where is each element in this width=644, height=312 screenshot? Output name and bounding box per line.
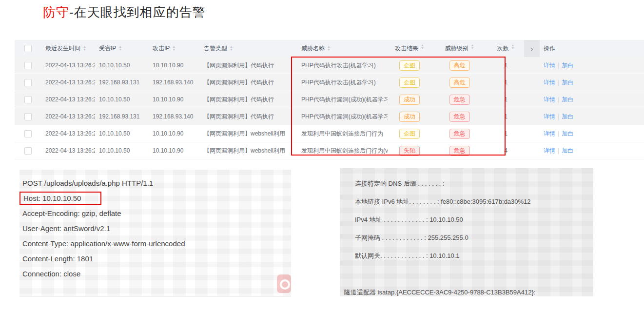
sort-icon[interactable] — [172, 45, 176, 51]
header-victim-ip[interactable]: 受害IP — [95, 44, 149, 53]
table-row: 2022-04-13 13:26:22 10.10.10.50 10.10.10… — [15, 142, 644, 159]
cell-action: 详情|加白 — [540, 78, 644, 87]
cell-count: 1 — [488, 62, 524, 69]
checkbox-cell — [15, 113, 41, 120]
whitelist-link[interactable]: 加白 — [562, 62, 573, 69]
http-request-line: POST /uploads/uploads/a.php HTTP/1.1 — [20, 176, 291, 191]
header-threat-name[interactable]: 威胁名称 — [297, 44, 388, 53]
sort-icon[interactable] — [327, 45, 331, 51]
link-divider: | — [558, 96, 559, 103]
table-row: 2022-04-13 13:26:23 192.168.93.131 192.1… — [15, 74, 644, 91]
cell-attack-result: 企图 — [388, 60, 431, 71]
cell-count: 1 — [488, 79, 524, 86]
sort-icon[interactable] — [511, 44, 515, 52]
sort-icon[interactable] — [83, 45, 86, 51]
detail-link[interactable]: 详情 — [544, 79, 555, 86]
cell-action: 详情|加白 — [540, 96, 644, 104]
table-row: 2022-04-13 13:26:23 192.168.93.131 192.1… — [15, 108, 644, 125]
link-divider: | — [558, 79, 559, 86]
table-row: 2022-04-13 13:26:23 10.10.10.50 10.10.10… — [15, 57, 644, 74]
select-all-cell — [15, 45, 41, 52]
ipconfig-line-gateway: 默认网关. . . . . . . . . . . . . : 10.10.10… — [340, 252, 593, 259]
cell-threat-name: 发现利用中国蚁剑连接后门行为 — [297, 130, 388, 138]
header-attack-ip[interactable]: 攻击IP — [149, 44, 200, 53]
cell-time: 2022-04-13 13:26:23 — [41, 79, 95, 86]
cell-alert-type: 【网页漏洞利用】代码执行 — [200, 78, 297, 87]
cell-threat-level: 危急 — [431, 112, 488, 122]
cell-alert-type: 【网页漏洞利用】代码执行 — [200, 96, 297, 104]
table-row: 2022-04-13 13:26:22 10.10.10.50 10.10.10… — [15, 125, 644, 142]
cell-attack-result: 成功 — [388, 112, 431, 122]
header-attack-result[interactable]: 攻击结果 — [388, 44, 431, 53]
cell-threat-name: 发现利用中国蚁剑连接后门行为(v2.1) — [297, 147, 388, 155]
cell-threat-name: PHP代码执行攻击(机器学习) — [297, 78, 388, 87]
cell-threat-name: PHP代码执行攻击(机器学习) — [297, 61, 388, 70]
table-row: 2022-04-13 13:26:23 10.10.10.50 10.10.10… — [15, 91, 644, 108]
detail-link[interactable]: 详情 — [544, 96, 555, 103]
cell-count: 1 — [488, 96, 524, 103]
ipconfig-panel: 连接特定的 DNS 后缀 . . . . . . . : 本地链接 IPv6 地… — [340, 168, 593, 296]
sort-icon[interactable] — [230, 45, 233, 51]
detail-link[interactable]: 详情 — [544, 113, 555, 120]
header-threat-level[interactable]: 威胁级别 — [431, 44, 488, 53]
cell-attack-ip: 192.168.93.140 — [149, 113, 200, 120]
cell-victim-ip: 10.10.10.50 — [95, 130, 149, 137]
cell-threat-level: 高危 — [431, 78, 488, 88]
detail-link[interactable]: 详情 — [544, 130, 555, 137]
cell-attack-ip: 10.10.10.90 — [149, 147, 200, 154]
header-alert-type[interactable]: 告警类型 — [200, 44, 297, 53]
whitelist-link[interactable]: 加白 — [562, 113, 573, 120]
cell-attack-result: 企图 — [388, 78, 431, 88]
page-title: 防守-在天眼找到相应的告警 — [43, 4, 206, 21]
row-checkbox[interactable] — [24, 79, 32, 86]
cell-attack-result: 失陷 — [388, 146, 431, 156]
cell-action: 详情|加白 — [540, 61, 644, 70]
checkbox-cell — [15, 96, 41, 103]
header-count[interactable]: 次数 — [488, 44, 524, 53]
ipconfig-line-dns-suffix: 连接特定的 DNS 后缀 . . . . . . . : — [340, 180, 593, 187]
whitelist-link[interactable]: 加白 — [562, 147, 573, 154]
cell-victim-ip: 10.10.10.50 — [95, 96, 149, 103]
cell-threat-name: PHP代码执行漏洞(成功)(机器学习) — [297, 113, 388, 121]
expand-columns-button[interactable]: › — [524, 40, 540, 57]
ipconfig-tunnel-adapter-line: 隧道适配器 isatap.{AECCECCE-3AC9-4250-9788-C1… — [340, 289, 593, 296]
detail-link[interactable]: 详情 — [544, 147, 555, 154]
sort-icon[interactable] — [118, 45, 122, 51]
cell-time: 2022-04-13 13:26:22 — [41, 147, 95, 154]
link-divider: | — [558, 147, 559, 154]
whitelist-link[interactable]: 加白 — [562, 96, 573, 103]
cell-time: 2022-04-13 13:26:23 — [41, 96, 95, 103]
http-header-line: Content-Type: application/x-www-form-url… — [20, 236, 291, 251]
row-checkbox[interactable] — [24, 147, 32, 155]
page-title-rest: -在天眼找到相应的告警 — [69, 5, 206, 20]
whitelist-link[interactable]: 加白 — [562, 79, 573, 86]
cell-alert-type: 【网页漏洞利用】代码执行 — [200, 61, 297, 70]
cell-threat-level: 危急 — [431, 146, 488, 156]
cell-action: 详情|加白 — [540, 130, 644, 138]
sort-icon[interactable] — [421, 44, 424, 52]
cell-attack-ip: 10.10.10.90 — [149, 62, 200, 69]
cell-time: 2022-04-13 13:26:23 — [41, 62, 95, 69]
cell-count: 1 — [488, 113, 524, 120]
row-checkbox[interactable] — [24, 113, 32, 120]
link-divider: | — [558, 113, 559, 120]
sort-icon[interactable] — [471, 44, 474, 52]
detail-link[interactable]: 详情 — [544, 62, 555, 69]
cell-threat-level: 危急 — [431, 129, 488, 139]
cell-attack-ip: 10.10.10.90 — [149, 96, 200, 103]
row-checkbox[interactable] — [24, 62, 32, 69]
host-highlight-box: Host: 10.10.10.50 — [20, 192, 101, 205]
row-checkbox[interactable] — [24, 96, 32, 103]
row-checkbox[interactable] — [24, 130, 32, 137]
http-header-line: Connection: close — [20, 266, 291, 281]
cell-time: 2022-04-13 13:26:22 — [41, 130, 95, 137]
ipconfig-line-ipv6: 本地链接 IPv6 地址. . . . . . . . : fe80::c8be… — [340, 198, 593, 205]
cell-action: 详情|加白 — [540, 147, 644, 155]
select-all-checkbox[interactable] — [24, 45, 32, 52]
cell-count: 4 — [488, 147, 524, 154]
chevron-right-icon: › — [531, 44, 533, 53]
level-badge: 危急 — [449, 129, 470, 139]
whitelist-link[interactable]: 加白 — [562, 130, 573, 137]
cell-attack-result: 成功 — [388, 95, 431, 105]
header-time[interactable]: 最近发生时间 — [41, 44, 95, 53]
